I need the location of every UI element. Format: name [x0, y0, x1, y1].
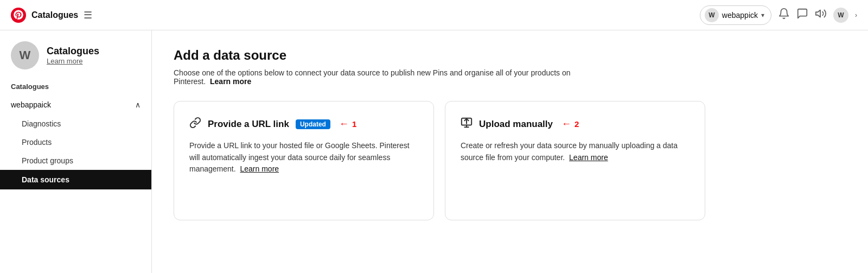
url-link-card-desc: Provide a URL link to your hosted file o… [189, 140, 418, 175]
sidebar: W Catalogues Learn more Catalogues webap… [0, 30, 152, 273]
link-icon [189, 117, 201, 131]
sidebar-account-label: webappaick [11, 100, 51, 109]
upload-icon [461, 117, 473, 131]
updated-badge: Updated [296, 119, 330, 129]
upload-manually-card-title: Upload manually [479, 119, 553, 130]
sidebar-section-title: Catalogues [0, 80, 151, 95]
sidebar-learn-more-link[interactable]: Learn more [47, 57, 99, 65]
bell-icon[interactable] [778, 8, 790, 22]
sidebar-item-products[interactable]: Products [0, 133, 151, 151]
account-avatar-small: W [705, 8, 719, 22]
annotation-2: ← 2 [561, 118, 579, 130]
description-learn-more-link[interactable]: Learn more [210, 77, 251, 86]
url-link-card-title: Provide a URL link [208, 119, 289, 130]
sidebar-item-data-sources[interactable]: Data sources [0, 170, 151, 189]
sidebar-profile-name: Catalogues [47, 46, 99, 57]
topnav: Catalogues ☰ W webappick ▾ [0, 0, 868, 30]
account-pill[interactable]: W webappick ▾ [700, 5, 771, 25]
user-avatar-small[interactable]: W [833, 8, 848, 23]
topnav-title: Catalogues [31, 10, 78, 20]
sidebar-avatar: W [11, 41, 39, 69]
url-card-learn-more-link[interactable]: Learn more [240, 164, 279, 173]
sidebar-profile: W Catalogues Learn more [0, 41, 151, 80]
upload-card-learn-more-link[interactable]: Learn more [569, 153, 608, 162]
page-description: Choose one of the options below to conne… [174, 68, 586, 86]
sidebar-item-account[interactable]: webappaick ∧ [0, 95, 151, 115]
megaphone-icon[interactable] [815, 8, 827, 22]
pinterest-logo [11, 8, 26, 23]
annotation-arrow-1-icon: ← [339, 118, 349, 130]
url-link-card-header: Provide a URL link Updated ← 1 [189, 117, 418, 131]
layout: W Catalogues Learn more Catalogues webap… [0, 30, 868, 273]
upload-manually-card-header: Upload manually ← 2 [461, 117, 690, 131]
message-icon[interactable] [796, 8, 808, 22]
svg-marker-1 [816, 10, 820, 17]
topnav-left: Catalogues ☰ [11, 8, 92, 23]
sidebar-item-diagnostics[interactable]: Diagnostics [0, 115, 151, 133]
url-link-card[interactable]: Provide a URL link Updated ← 1 Provide a… [174, 101, 434, 220]
cards-row: Provide a URL link Updated ← 1 Provide a… [174, 101, 846, 220]
upload-manually-card[interactable]: Upload manually ← 2 Create or refresh yo… [445, 101, 705, 220]
sidebar-chevron-up-icon: ∧ [135, 100, 141, 109]
annotation-num-2: 2 [575, 119, 579, 129]
hamburger-icon[interactable]: ☰ [84, 9, 92, 21]
account-name: webappick [722, 11, 758, 20]
topnav-chevron-icon[interactable]: › [855, 11, 857, 19]
topnav-right: W webappick ▾ W › [700, 5, 857, 25]
main-content: Add a data source Choose one of the opti… [152, 30, 868, 273]
annotation-num-1: 1 [352, 119, 356, 129]
page-title: Add a data source [174, 48, 846, 63]
annotation-arrow-2-icon: ← [561, 118, 571, 130]
sidebar-profile-info: Catalogues Learn more [47, 46, 99, 65]
upload-manually-card-desc: Create or refresh your data source by ma… [461, 140, 690, 163]
sidebar-item-product-groups[interactable]: Product groups [0, 151, 151, 170]
annotation-1: ← 1 [339, 118, 356, 130]
chevron-down-icon: ▾ [761, 11, 764, 19]
